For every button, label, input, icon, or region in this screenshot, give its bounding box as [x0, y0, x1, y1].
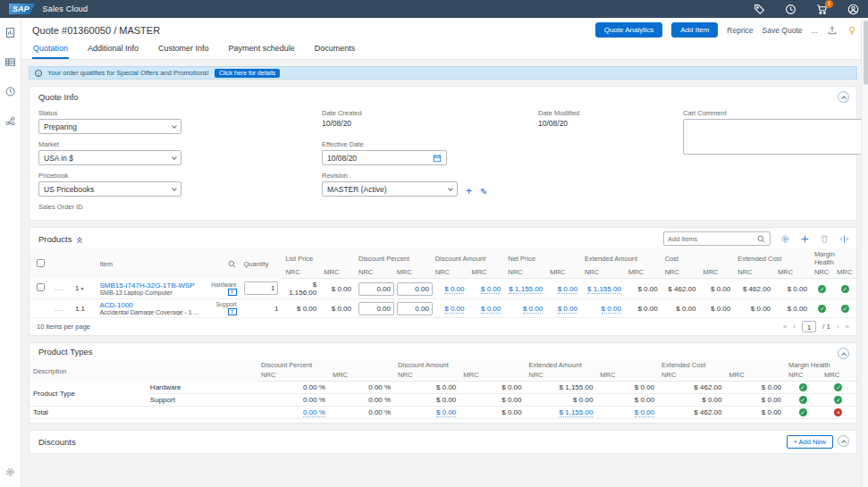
collapse-product-types-button[interactable]: [838, 348, 849, 359]
net-price-mrc-link[interactable]: $ 0.00: [558, 285, 577, 294]
col-group-extended-cost: Extended Cost: [734, 248, 811, 266]
export-icon[interactable]: [827, 25, 838, 36]
cart-comment-input[interactable]: [683, 119, 868, 155]
product-row-1-1: ... 1.1 ACD-1000 Accidental Damage Cover…: [29, 299, 856, 318]
list-price-mrc: $ 0.00: [320, 279, 355, 299]
col-group-discount-amount: Discount Amount: [394, 359, 525, 369]
row-checkbox[interactable]: [37, 283, 45, 291]
tab-quotation[interactable]: Quotation: [32, 44, 69, 59]
discount-percent-mrc-input[interactable]: [397, 282, 433, 296]
edit-revision-icon[interactable]: ✎: [480, 188, 487, 197]
delete-rows-trash-icon[interactable]: [820, 234, 830, 244]
row-more-button[interactable]: ...: [55, 305, 63, 313]
date-modified-label: Date Modified: [538, 109, 672, 117]
net-price-mrc-link[interactable]: $ 0.00: [558, 305, 577, 314]
history-icon[interactable]: [4, 86, 16, 97]
revision-select[interactable]: MASTER (Active): [322, 181, 458, 197]
page-header: Quote #01360050 / MASTER Quote Analytics…: [21, 18, 868, 60]
add-revision-icon[interactable]: +: [466, 186, 472, 197]
subcol-mrc: MRC: [821, 369, 856, 382]
discount-percent-nrc-input[interactable]: [358, 282, 394, 296]
discount-amount-mrc: $ 0.00: [459, 382, 525, 394]
quantity-input[interactable]: [244, 281, 278, 295]
tab-documents[interactable]: Documents: [314, 44, 357, 59]
vertical-scrollbar[interactable]: [861, 18, 868, 487]
margin-health-ok-icon: ✓: [834, 383, 842, 391]
market-select[interactable]: USA in $: [38, 150, 181, 165]
settings-gear-icon[interactable]: [4, 466, 16, 478]
date-modified-value: 10/08/20: [538, 119, 672, 128]
add-row-plus-icon[interactable]: [800, 234, 810, 244]
add-new-discount-button[interactable]: + Add New: [787, 435, 833, 449]
previous-page-button[interactable]: ‹: [793, 323, 796, 331]
discount-percent-nrc-input[interactable]: [358, 302, 394, 315]
quantity-value: 1: [240, 299, 282, 318]
scrollbar-thumb[interactable]: [864, 21, 868, 85]
col-group-margin-health: Margin Health: [785, 359, 856, 369]
net-price-nrc-link[interactable]: $ 0.00: [523, 305, 543, 314]
total-extended-amount-nrc-link[interactable]: $ 1,155.00: [560, 408, 594, 417]
discount-amount-nrc-link[interactable]: $ 0.00: [444, 285, 464, 294]
first-page-button[interactable]: «: [783, 323, 787, 331]
current-page-input[interactable]: 1: [802, 321, 816, 332]
total-discount-amount-nrc-link[interactable]: $ 0.00: [436, 408, 456, 417]
margin-health-ok-icon: ✓: [799, 408, 807, 416]
sales-order-id-label: Sales Order ID: [38, 203, 311, 211]
chevron-down-icon: [172, 186, 177, 191]
effective-date-input[interactable]: 10/08/20: [322, 150, 447, 165]
col-group-extended-cost: Extended Cost: [658, 359, 785, 369]
product-code-link[interactable]: SMB15-I747H-32G-1TB-WSP: [99, 281, 202, 290]
add-items-search[interactable]: [663, 231, 771, 246]
extended-amount-nrc-link[interactable]: $ 1,155.00: [587, 285, 621, 294]
status-select[interactable]: Preparing: [38, 119, 181, 134]
more-actions-button[interactable]: ...: [811, 26, 818, 35]
product-tag-icon[interactable]: T: [228, 289, 237, 296]
item-search-icon[interactable]: [227, 259, 237, 269]
discount-amount-mrc-link[interactable]: $ 0.00: [481, 285, 501, 294]
add-items-search-input[interactable]: [668, 235, 756, 243]
account-icon[interactable]: [847, 4, 859, 15]
total-extended-amount-mrc-link[interactable]: $ 0.00: [635, 408, 654, 417]
collapse-quote-info-button[interactable]: [838, 91, 849, 103]
cost-nrc: $ 462.00: [662, 279, 700, 299]
net-price-nrc-link[interactable]: $ 1,155.00: [509, 285, 543, 294]
collapse-discounts-button[interactable]: [838, 435, 849, 447]
quote-document-icon[interactable]: [4, 27, 16, 38]
cart-comment-label: Cart Comment: [683, 109, 868, 117]
resize-columns-icon[interactable]: [839, 234, 849, 244]
reprice-button[interactable]: Reprice: [727, 26, 753, 35]
discount-percent-mrc-input[interactable]: [397, 302, 433, 315]
calendar-icon[interactable]: [433, 154, 442, 163]
promotion-details-button[interactable]: Click here for details: [215, 69, 280, 78]
discount-amount-nrc-link[interactable]: $ 0.00: [444, 305, 464, 314]
quote-analytics-button[interactable]: Quote Analytics: [595, 22, 663, 38]
save-quote-button[interactable]: Save Quote: [763, 26, 803, 35]
last-page-button[interactable]: »: [846, 323, 849, 331]
tab-payment-schedule[interactable]: Payment schedule: [228, 44, 296, 59]
products-title: Products: [38, 234, 72, 244]
tab-additional-info[interactable]: Additional Info: [87, 44, 139, 59]
collapse-all-rows-icon[interactable]: [78, 237, 81, 243]
items-per-page[interactable]: 10 items per page: [37, 323, 90, 331]
expand-row-icon[interactable]: ▾: [81, 286, 84, 291]
table-list-icon[interactable]: [4, 56, 16, 68]
history-clock-icon[interactable]: [785, 4, 796, 15]
table-settings-gear-icon[interactable]: [780, 234, 790, 244]
row-more-button[interactable]: ...: [55, 284, 63, 292]
total-discount-percent-nrc-link[interactable]: 0.00 %: [303, 408, 325, 417]
discount-amount-mrc-link[interactable]: $ 0.00: [481, 305, 501, 314]
search-icon[interactable]: [756, 234, 766, 244]
price-tag-icon[interactable]: [754, 4, 765, 15]
product-tag-icon[interactable]: T: [228, 308, 237, 315]
tab-customer-info[interactable]: Customer Info: [157, 44, 210, 59]
cart-icon[interactable]: 1: [816, 4, 828, 15]
select-all-checkbox[interactable]: [37, 259, 45, 267]
row-group-label: Product Type: [29, 382, 147, 407]
product-code-link[interactable]: ACD-1000: [99, 301, 202, 309]
next-page-button[interactable]: ›: [837, 323, 839, 331]
connections-icon[interactable]: [4, 115, 16, 127]
add-item-button[interactable]: Add Item: [671, 22, 718, 38]
pricebook-select[interactable]: US Pricebooks: [38, 181, 181, 197]
extended-amount-nrc-link[interactable]: $ 0.00: [602, 305, 621, 314]
suggestions-lightbulb-icon[interactable]: [847, 25, 857, 36]
